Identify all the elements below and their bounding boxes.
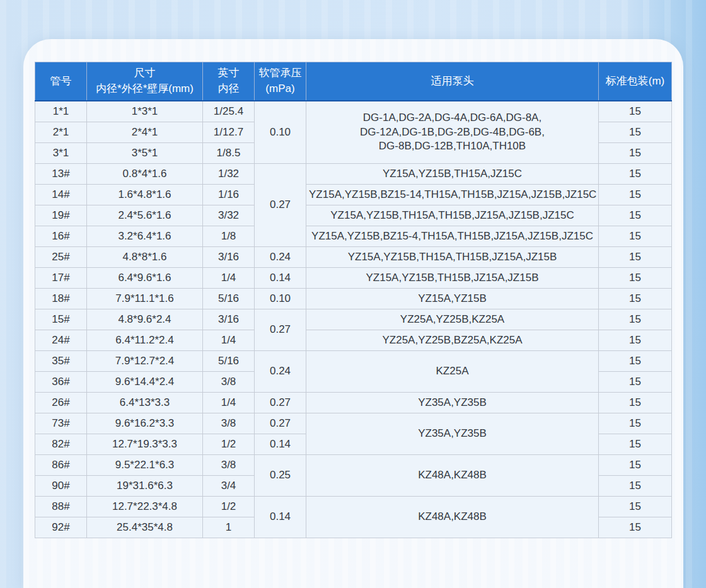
cell-pumps: YZ15A,YZ15B,TH15A,JZ15C bbox=[306, 164, 599, 185]
cell-tube-no: 1*1 bbox=[35, 101, 87, 122]
cell-tube-no: 35# bbox=[35, 351, 87, 372]
cell-pressure: 0.24 bbox=[255, 351, 306, 393]
cell-pumps: KZ25A bbox=[306, 351, 599, 393]
table-row: 86#9.5*22.1*6.33/80.25KZ48A,KZ48B15 bbox=[35, 455, 672, 476]
cell-inch: 1/25.4 bbox=[203, 101, 255, 122]
header-cell: 软管承压(mPa) bbox=[255, 62, 306, 101]
table-row: 19#2.4*5.6*1.63/32YZ15A,YZ15B,TH15A,TH15… bbox=[35, 205, 672, 226]
cell-pack: 15 bbox=[599, 455, 672, 476]
cell-pack: 15 bbox=[599, 143, 672, 164]
cell-inch: 1/8.5 bbox=[203, 143, 255, 164]
cell-size: 1*3*1 bbox=[87, 101, 203, 122]
cell-pumps: YZ15A,YZ15B,TH15A,TH15B,JZ15A,JZ15B bbox=[306, 247, 599, 268]
cell-pressure: 0.24 bbox=[255, 247, 306, 268]
cell-pumps: YZ35A,YZ35B bbox=[306, 413, 599, 455]
cell-size: 9.6*16.2*3.3 bbox=[87, 413, 203, 434]
header-line: 软管承压 bbox=[257, 66, 303, 81]
table-row: 73#9.6*16.2*3.33/80.27YZ35A,YZ35B15 bbox=[35, 413, 672, 434]
cell-tube-no: 25# bbox=[35, 247, 87, 268]
table-row: 15#4.8*9.6*2.43/160.27YZ25A,YZ25B,KZ25A1… bbox=[35, 309, 672, 330]
cell-tube-no: 13# bbox=[35, 164, 87, 185]
header-line: 适用泵头 bbox=[309, 74, 596, 89]
table-row: 88#12.7*22.3*4.81/20.14KZ48A,KZ48B15 bbox=[35, 497, 672, 517]
cell-size: 4.8*9.6*2.4 bbox=[87, 309, 203, 330]
cell-size: 7.9*11.1*1.6 bbox=[87, 289, 203, 309]
cell-size: 6.4*9.6*1.6 bbox=[87, 268, 203, 289]
cell-inch: 1/8 bbox=[203, 226, 255, 247]
cell-pack: 15 bbox=[599, 330, 672, 351]
cell-inch: 1/4 bbox=[203, 268, 255, 289]
cell-pressure: 0.27 bbox=[255, 413, 306, 434]
cell-pack: 15 bbox=[599, 434, 672, 455]
cell-tube-no: 86# bbox=[35, 455, 87, 476]
cell-inch: 3/8 bbox=[203, 455, 255, 476]
cell-inch: 1/32 bbox=[203, 164, 255, 185]
cell-pumps: YZ15A,YZ15B,TH15A,TH15B,JZ15A,JZ15B,JZ15… bbox=[306, 205, 599, 226]
cell-size: 25.4*35*4.8 bbox=[87, 517, 203, 538]
cell-pack: 15 bbox=[599, 164, 672, 185]
cell-inch: 1/12.7 bbox=[203, 122, 255, 143]
header-cell: 适用泵头 bbox=[306, 62, 599, 101]
cell-inch: 3/4 bbox=[203, 476, 255, 497]
spec-table: 管号尺寸内径*外径*壁厚(mm)英寸内径软管承压(mPa)适用泵头标准包装(m)… bbox=[35, 62, 672, 538]
cell-inch: 1/4 bbox=[203, 330, 255, 351]
cell-tube-no: 90# bbox=[35, 476, 87, 497]
cell-tube-no: 17# bbox=[35, 268, 87, 289]
cell-pressure: 0.25 bbox=[255, 455, 306, 497]
cell-pumps: YZ15A,YZ15B,BZ15-14,TH15A,TH15B,JZ15A,JZ… bbox=[306, 185, 599, 205]
spec-table-header: 管号尺寸内径*外径*壁厚(mm)英寸内径软管承压(mPa)适用泵头标准包装(m) bbox=[35, 62, 672, 101]
pump-line: DG-12A,DG-1B,DG-2B,DG-4B,DG-6B, bbox=[309, 125, 596, 140]
header-line: 内径*外径*壁厚(mm) bbox=[90, 81, 200, 97]
cell-tube-no: 15# bbox=[35, 309, 87, 330]
cell-tube-no: 92# bbox=[35, 517, 87, 538]
header-cell: 管号 bbox=[35, 62, 87, 101]
cell-tube-no: 82# bbox=[35, 434, 87, 455]
cell-tube-no: 18# bbox=[35, 289, 87, 309]
spec-table-body: 1*11*3*11/25.40.10DG-1A,DG-2A,DG-4A,DG-6… bbox=[35, 101, 672, 538]
cell-pumps: YZ25A,YZ25B,BZ25A,KZ25A bbox=[306, 330, 599, 351]
cell-pumps: YZ15A,YZ15B,TH15B,JZ15A,JZ15B bbox=[306, 268, 599, 289]
pump-line: DG-8B,DG-12B,TH10A,TH10B bbox=[309, 139, 596, 154]
cell-inch: 1/2 bbox=[203, 434, 255, 455]
cell-pressure: 0.14 bbox=[255, 434, 306, 455]
cell-pack: 15 bbox=[599, 101, 672, 122]
header-line: 内径 bbox=[205, 81, 252, 97]
cell-inch: 3/32 bbox=[203, 205, 255, 226]
cell-tube-no: 2*1 bbox=[35, 122, 87, 143]
cell-inch: 1 bbox=[203, 517, 255, 538]
table-row: 13#0.8*4*1.61/320.27YZ15A,YZ15B,TH15A,JZ… bbox=[35, 164, 672, 185]
cell-pack: 15 bbox=[599, 476, 672, 497]
cell-inch: 1/4 bbox=[203, 393, 255, 413]
header-line: (mPa) bbox=[257, 81, 303, 97]
cell-pack: 15 bbox=[599, 497, 672, 517]
cell-tube-no: 19# bbox=[35, 205, 87, 226]
cell-size: 6.4*13*3.3 bbox=[87, 393, 203, 413]
table-row: 1*11*3*11/25.40.10DG-1A,DG-2A,DG-4A,DG-6… bbox=[35, 101, 672, 122]
cell-pressure: 0.14 bbox=[255, 268, 306, 289]
cell-pack: 15 bbox=[599, 413, 672, 434]
header-row: 管号尺寸内径*外径*壁厚(mm)英寸内径软管承压(mPa)适用泵头标准包装(m) bbox=[35, 62, 672, 101]
cell-inch: 3/8 bbox=[203, 413, 255, 434]
cell-pack: 15 bbox=[599, 393, 672, 413]
cell-pumps: YZ25A,YZ25B,KZ25A bbox=[306, 309, 599, 330]
header-line: 英寸 bbox=[205, 66, 252, 81]
cell-pressure: 0.27 bbox=[255, 309, 306, 351]
cell-tube-no: 26# bbox=[35, 393, 87, 413]
cell-size: 1.6*4.8*1.6 bbox=[87, 185, 203, 205]
table-row: 26#6.4*13*3.31/40.27YZ35A,YZ35B15 bbox=[35, 393, 672, 413]
cell-pressure: 0.10 bbox=[255, 289, 306, 309]
cell-tube-no: 88# bbox=[35, 497, 87, 517]
cell-pack: 15 bbox=[599, 517, 672, 538]
cell-tube-no: 36# bbox=[35, 372, 87, 393]
table-row: 14#1.6*4.8*1.61/16YZ15A,YZ15B,BZ15-14,TH… bbox=[35, 185, 672, 205]
pump-line: DG-1A,DG-2A,DG-4A,DG-6A,DG-8A, bbox=[309, 111, 596, 125]
cell-tube-no: 73# bbox=[35, 413, 87, 434]
header-cell: 尺寸内径*外径*壁厚(mm) bbox=[87, 62, 203, 101]
cell-size: 4.8*8*1.6 bbox=[87, 247, 203, 268]
cell-pressure: 0.10 bbox=[255, 101, 306, 164]
cell-size: 9.5*22.1*6.3 bbox=[87, 455, 203, 476]
cell-pumps: KZ48A,KZ48B bbox=[306, 455, 599, 497]
cell-pumps: DG-1A,DG-2A,DG-4A,DG-6A,DG-8A,DG-12A,DG-… bbox=[306, 101, 599, 164]
cell-inch: 1/16 bbox=[203, 185, 255, 205]
table-row: 25#4.8*8*1.63/160.24YZ15A,YZ15B,TH15A,TH… bbox=[35, 247, 672, 268]
